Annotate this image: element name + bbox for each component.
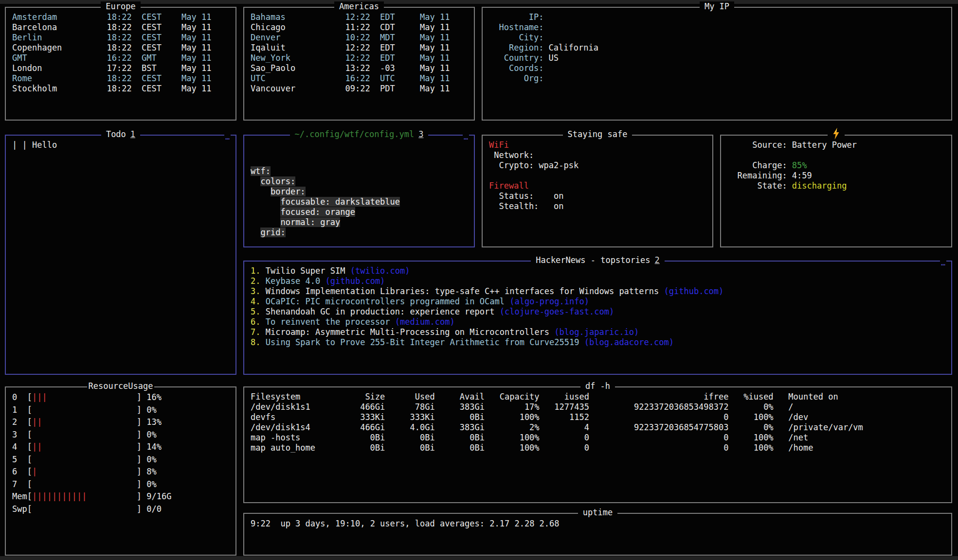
todo-item[interactable]: | | Hello [6, 140, 235, 150]
meter-bracket-close: ] [137, 503, 142, 516]
df-cell-mounted-on: / [774, 402, 945, 412]
story-source-link[interactable]: (algo-prog.info) [509, 297, 589, 306]
panel-battery: Source: Battery Power Charge: 85% Remain… [720, 135, 952, 247]
ip-field-row: City: [483, 33, 951, 43]
battery-field-value: Battery Power [792, 140, 945, 150]
city-date: May 11 [420, 33, 468, 43]
city-name: Iqaluit [251, 43, 345, 53]
meter-bar [32, 454, 137, 466]
story-source-link[interactable]: (clojure-goes-fast.com) [500, 307, 614, 316]
hackernews-story[interactable]: 4. OCaPIC: PIC microcontrollers programm… [244, 297, 951, 307]
df-cell-percent-iused: 100% [729, 412, 774, 422]
code-text: border: [271, 187, 306, 196]
story-source-link[interactable]: (medium.com) [395, 317, 455, 327]
hackernews-story[interactable]: 2. Keybase 4.0 (github.com) [244, 276, 951, 286]
panel-todo[interactable]: Todo1 … | | Hello [5, 135, 236, 375]
battery-field-row: Source: Battery Power [721, 140, 951, 150]
city-name: Vancouver [251, 84, 345, 94]
df-data-row: /dev/disk1s1 466Gi 78Gi 383Gi 17% 127743… [244, 402, 951, 412]
panel-hackernews[interactable]: HackerNews - topstories2 … 1. Twilio Sup… [243, 261, 952, 375]
meter-bracket-close: ] [137, 416, 142, 429]
meter-bar: ||||||||||| [32, 490, 137, 503]
ip-field-row: Coords: [483, 63, 951, 73]
story-source-link[interactable]: (twilio.com) [350, 266, 410, 276]
city-timezone: CEST [142, 12, 181, 22]
city-name: Sao_Paolo [251, 63, 345, 73]
clock-row: London 17:22 BST May 11 [6, 63, 235, 73]
df-cell-size: 466Gi [315, 422, 385, 433]
panel-config-file[interactable]: ~/.config/wtf/config.yml3 … wtf: colors:… [243, 135, 475, 247]
meter-label: Mem [12, 490, 27, 503]
city-date: May 11 [420, 84, 468, 94]
clock-row: Bahamas 12:22 EDT May 11 [244, 12, 474, 22]
meter-value: 9/16G [142, 490, 229, 503]
df-data-row: map auto_home 0Bi 0Bi 0Bi 100% 0 0 100% … [244, 443, 951, 453]
meter-label: 0 [12, 391, 27, 404]
story-rank: 3. [251, 286, 266, 297]
hackernews-story[interactable]: 1. Twilio Super SIM (twilio.com) [244, 266, 951, 276]
section-line: Stealth: on [489, 201, 706, 211]
hackernews-story[interactable]: 8. Using Spark to Prove 255-Bit Integer … [244, 337, 951, 348]
hackernews-story[interactable]: 6. To reinvent the processor (medium.com… [244, 317, 951, 327]
meter-bar: | [32, 466, 137, 478]
meter-value: 16% [142, 391, 229, 404]
panel-title-resource-usage: ResourceUsage [6, 381, 235, 391]
df-cell-percent-iused: 100% [729, 443, 774, 453]
city-name: Denver [251, 33, 345, 43]
meter-label: 7 [12, 478, 27, 491]
city-timezone: -03 [380, 63, 420, 73]
meter-label: 1 [12, 404, 27, 417]
panel-index-badge: 1 [130, 129, 135, 139]
panel-title-text: Americas [339, 1, 379, 11]
story-text: Windows Implementation Libraries: type-s… [266, 286, 945, 297]
city-date: May 11 [181, 63, 229, 73]
story-source-link[interactable]: (github.com) [325, 276, 385, 286]
hackernews-story[interactable]: 5. Shenandoah GC in production: experien… [244, 307, 951, 317]
battery-field-label: State: [727, 181, 787, 191]
panel-americas-clocks: Americas Bahamas 12:22 EDT May 11 Chicag… [243, 7, 475, 121]
story-source-link[interactable]: (blog.japaric.io) [554, 327, 639, 337]
df-cell-avail: 0Bi [435, 433, 485, 443]
df-cell-used: 0Bi [385, 433, 434, 443]
panel-europe-clocks: Europe Amsterdam 18:22 CEST May 11 Barce… [5, 7, 236, 121]
story-source-link[interactable]: (blog.adacore.com) [584, 337, 674, 347]
code-indent [251, 197, 280, 207]
panel-uptime: uptime 9:22 up 3 days, 19:10, 2 users, l… [243, 513, 952, 556]
city-time: 18:22 [107, 12, 142, 22]
city-name: Amsterdam [12, 12, 107, 22]
ip-field-label: Region: [489, 43, 544, 53]
ip-field-row: Hostname: [483, 22, 951, 33]
meter-bracket-close: ] [137, 429, 142, 441]
df-header-cell: %iused [729, 392, 774, 402]
city-time: 10:22 [345, 33, 380, 43]
usage-meter-row: 4 [ || ] 14% [6, 441, 235, 454]
battery-field-label: Charge: [727, 160, 787, 171]
more-indicator-icon: … [940, 258, 946, 268]
hackernews-story[interactable]: 7. Microamp: Asymmetric Multi-Processing… [244, 327, 951, 337]
section-line: Crypto: wpa2-psk [489, 160, 706, 171]
df-header-cell: Filesystem [251, 392, 315, 402]
df-cell-capacity: 100% [485, 412, 540, 422]
story-source-link[interactable]: (github.com) [664, 286, 724, 296]
code-indent [251, 176, 260, 186]
meter-value: 0% [142, 404, 229, 417]
clock-row: Copenhagen 18:22 CEST May 11 [6, 43, 235, 53]
df-cell-avail: 0Bi [435, 412, 485, 422]
code-text: wtf: [251, 166, 271, 176]
clock-row: Vancouver 09:22 PDT May 11 [244, 84, 474, 94]
meter-bracket-open: [ [27, 478, 32, 491]
story-title: To reinvent the processor [266, 317, 395, 327]
city-date: May 11 [181, 73, 229, 84]
city-timezone: EDT [380, 43, 420, 53]
ip-field-label: IP: [489, 12, 544, 22]
panel-index-badge: 2 [655, 255, 660, 265]
panel-resource-usage: ResourceUsage 0 [ ||| ] 16% 1 [ ] 0% 2 [… [5, 386, 236, 556]
ip-field-value [549, 73, 945, 84]
story-title: Shenandoah GC in production: experience … [266, 307, 500, 316]
city-time: 16:22 [107, 53, 142, 63]
hackernews-story[interactable]: 3. Windows Implementation Libraries: typ… [244, 286, 951, 297]
ip-field-value [549, 22, 945, 33]
city-name: Stockholm [12, 84, 107, 94]
df-cell-filesystem: map -hosts [251, 433, 315, 443]
df-cell-iused: 1152 [540, 412, 589, 422]
